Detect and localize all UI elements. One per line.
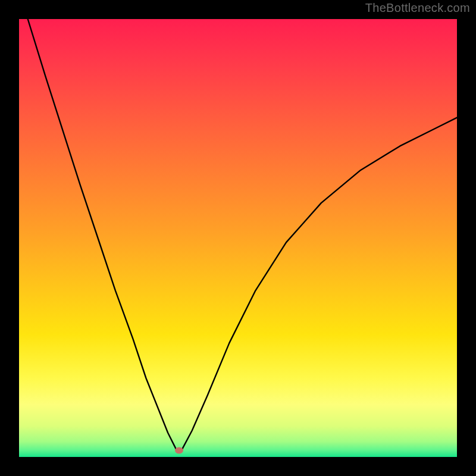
- watermark-text: TheBottleneck.com: [365, 1, 470, 15]
- bottleneck-curve: [19, 19, 457, 457]
- curve-right-branch: [181, 118, 457, 452]
- chart-frame: TheBottleneck.com: [0, 0, 476, 476]
- minimum-marker: [175, 447, 183, 453]
- curve-left-branch: [28, 19, 178, 453]
- plot-area: [19, 19, 457, 457]
